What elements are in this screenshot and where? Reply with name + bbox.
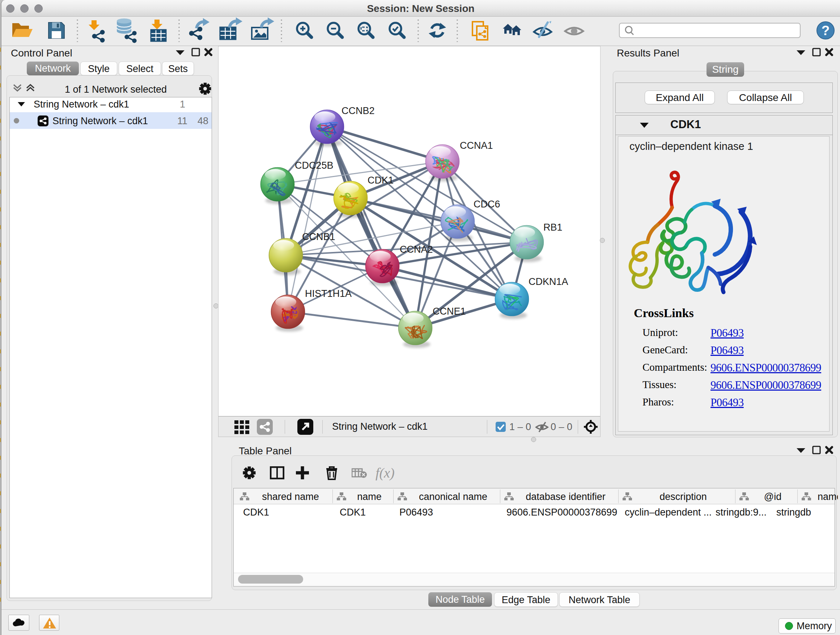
- svg-text:CCNB1: CCNB1: [302, 231, 335, 242]
- svg-text:CCNE1: CCNE1: [433, 306, 466, 317]
- svg-text:CDKN1A: CDKN1A: [529, 276, 568, 287]
- svg-text:CDC6: CDC6: [474, 199, 500, 210]
- svg-text:CDC25B: CDC25B: [295, 160, 333, 171]
- svg-text:HIST1H1A: HIST1H1A: [305, 288, 352, 299]
- svg-text:CCNB2: CCNB2: [341, 105, 375, 116]
- svg-text:CCNA2: CCNA2: [400, 244, 433, 255]
- svg-text:RB1: RB1: [543, 222, 562, 233]
- svg-text:?: ?: [821, 23, 830, 38]
- svg-text:CDK1: CDK1: [368, 175, 393, 186]
- svg-text:CCNA1: CCNA1: [460, 140, 493, 151]
